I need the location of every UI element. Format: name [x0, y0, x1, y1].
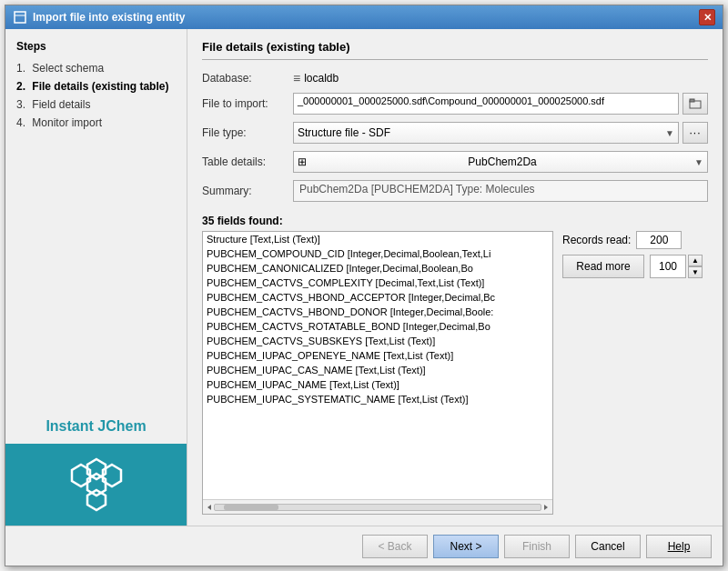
- scrollbar-thumb: [224, 505, 278, 510]
- window-title: Import file into existing entity: [33, 11, 699, 24]
- database-name: localdb: [304, 72, 339, 85]
- file-type-dropdown-text: Structure file - SDF: [298, 126, 390, 139]
- svg-marker-9: [207, 505, 211, 510]
- fields-section: 35 fields found: Structure [Text,List (T…: [202, 215, 708, 515]
- table-details-value: ⊞ PubChem2Da ▼: [293, 151, 708, 173]
- list-item[interactable]: PUBCHEM_CACTVS_COMPLEXITY [Decimal,Text,…: [203, 275, 552, 290]
- browse-icon: [689, 97, 702, 110]
- fields-content: Structure [Text,List (Text)]PUBCHEM_COMP…: [202, 231, 708, 515]
- file-type-more-button[interactable]: ···: [682, 122, 708, 144]
- close-button[interactable]: ✕: [699, 9, 715, 25]
- list-item[interactable]: PUBCHEM_CACTVS_ROTATABLE_BOND [Integer,D…: [203, 319, 552, 334]
- button-bar: < Back Next > Finish Cancel Help: [5, 526, 723, 566]
- file-path-input[interactable]: _000000001_000025000.sdf\Compound_000000…: [293, 93, 679, 115]
- next-label: Next >: [450, 540, 481, 553]
- database-value: ≡ localdb: [293, 71, 708, 85]
- fields-list-container: Structure [Text,List (Text)]PUBCHEM_COMP…: [202, 231, 553, 515]
- list-item[interactable]: PUBCHEM_IUPAC_OPENEYE_NAME [Text,List (T…: [203, 348, 552, 363]
- svg-marker-10: [544, 505, 548, 510]
- instant-jchem-label: Instant JChem: [16, 400, 176, 444]
- finish-button[interactable]: Finish: [504, 535, 570, 558]
- spinner-input[interactable]: 100: [650, 255, 686, 278]
- database-row: Database: ≡ localdb: [202, 71, 708, 85]
- sidebar-title: Steps: [16, 40, 176, 53]
- step-3: 3. Field details: [16, 98, 176, 111]
- window-icon: [13, 10, 27, 25]
- list-item[interactable]: PUBCHEM_IUPAC_SYSTEMATIC_NAME [Text,List…: [203, 392, 552, 406]
- spinner-down-button[interactable]: ▼: [688, 266, 703, 278]
- summary-value: PubChem2Da [PUBCHEM2DA] Type: Molecules: [293, 180, 708, 202]
- list-item[interactable]: PUBCHEM_CANONICALIZED [Integer,Decimal,B…: [203, 261, 552, 275]
- records-read-row: Records read: 200: [562, 231, 708, 249]
- cancel-button[interactable]: Cancel: [575, 535, 641, 558]
- svg-marker-4: [87, 490, 106, 510]
- titlebar: Import file into existing entity ✕: [5, 5, 723, 29]
- list-item[interactable]: PUBCHEM_CACTVS_HBOND_ACCEPTOR [Integer,D…: [203, 290, 552, 305]
- list-item[interactable]: PUBCHEM_CACTVS_SUBSKEYS [Text,List (Text…: [203, 334, 552, 348]
- read-more-button[interactable]: Read more: [562, 255, 644, 278]
- horizontal-scrollbar[interactable]: [203, 499, 552, 514]
- records-read-value: 200: [636, 231, 682, 249]
- database-icon: ≡: [293, 71, 300, 85]
- main-window: Import file into existing entity ✕ Steps…: [5, 5, 723, 566]
- next-button[interactable]: Next >: [433, 535, 499, 558]
- scrollbar-track: [214, 504, 541, 511]
- step-2-label: File details (existing table): [32, 80, 168, 93]
- content-area: Steps 1. Select schema 2. File details (…: [5, 29, 723, 526]
- spinner-buttons: ▲ ▼: [688, 255, 703, 278]
- list-item[interactable]: Structure [Text,List (Text)]: [203, 232, 552, 246]
- spinner-container: 100 ▲ ▼: [650, 255, 703, 278]
- file-type-label: File type:: [202, 126, 293, 139]
- table-details-dropdown[interactable]: ⊞ PubChem2Da ▼: [293, 151, 708, 173]
- browse-button[interactable]: [682, 93, 708, 115]
- step-4-number: 4.: [16, 116, 25, 129]
- file-import-label: File to import:: [202, 97, 293, 110]
- step-4-label: Monitor import: [32, 116, 102, 129]
- summary-input: PubChem2Da [PUBCHEM2DA] Type: Molecules: [293, 180, 708, 202]
- panel-title: File details (existing table): [202, 40, 708, 60]
- summary-row: Summary: PubChem2Da [PUBCHEM2DA] Type: M…: [202, 180, 708, 202]
- table-details-row: Table details: ⊞ PubChem2Da ▼: [202, 151, 708, 173]
- summary-label: Summary:: [202, 185, 293, 197]
- finish-label: Finish: [522, 540, 551, 553]
- step-1-number: 1.: [16, 62, 25, 75]
- fields-list[interactable]: Structure [Text,List (Text)]PUBCHEM_COMP…: [203, 232, 552, 499]
- svg-marker-5: [103, 465, 121, 486]
- step-2: 2. File details (existing table): [16, 80, 176, 93]
- help-button[interactable]: Help: [646, 535, 712, 558]
- list-item[interactable]: PUBCHEM_COMPOUND_CID [Integer,Decimal,Bo…: [203, 246, 552, 261]
- file-type-row: File type: Structure file - SDF ▼ ···: [202, 122, 708, 144]
- svg-marker-6: [72, 465, 90, 486]
- file-type-dropdown-arrow: ▼: [665, 128, 674, 138]
- right-controls: Records read: 200 Read more 100 ▲ ▼: [562, 231, 708, 515]
- back-label: < Back: [378, 540, 411, 553]
- file-type-dropdown[interactable]: Structure file - SDF ▼: [293, 122, 679, 144]
- step-2-number: 2.: [16, 80, 25, 93]
- step-3-number: 3.: [16, 98, 25, 111]
- records-read-label: Records read:: [562, 234, 631, 246]
- scroll-right-arrow[interactable]: [541, 503, 551, 512]
- file-type-value: Structure file - SDF ▼ ···: [293, 122, 708, 144]
- table-details-dropdown-arrow: ▼: [694, 157, 703, 167]
- step-4: 4. Monitor import: [16, 116, 176, 129]
- list-item[interactable]: PUBCHEM_IUPAC_NAME [Text,List (Text)]: [203, 377, 552, 392]
- spinner-up-button[interactable]: ▲: [688, 255, 703, 266]
- sidebar: Steps 1. Select schema 2. File details (…: [5, 29, 187, 526]
- list-item[interactable]: PUBCHEM_IUPAC_CAS_NAME [Text,List (Text)…: [203, 363, 552, 377]
- database-label: Database:: [202, 72, 293, 85]
- logo-area: [5, 444, 187, 526]
- back-button[interactable]: < Back: [362, 535, 428, 558]
- step-1: 1. Select schema: [16, 62, 176, 75]
- step-3-label: Field details: [32, 98, 90, 111]
- scroll-left-arrow[interactable]: [205, 503, 214, 512]
- list-item[interactable]: PUBCHEM_CACTVS_HBOND_DONOR [Integer,Deci…: [203, 305, 552, 319]
- logo-icon: [69, 457, 124, 512]
- svg-rect-8: [690, 99, 694, 102]
- svg-rect-0: [15, 12, 25, 23]
- file-import-row: File to import: _000000001_000025000.sdf…: [202, 93, 708, 115]
- read-more-row: Read more 100 ▲ ▼: [562, 255, 708, 278]
- table-details-dropdown-text: PubChem2Da: [468, 155, 536, 168]
- table-icon: ⊞: [298, 155, 307, 168]
- help-label: Help: [668, 540, 691, 553]
- main-panel: File details (existing table) Database: …: [187, 29, 723, 526]
